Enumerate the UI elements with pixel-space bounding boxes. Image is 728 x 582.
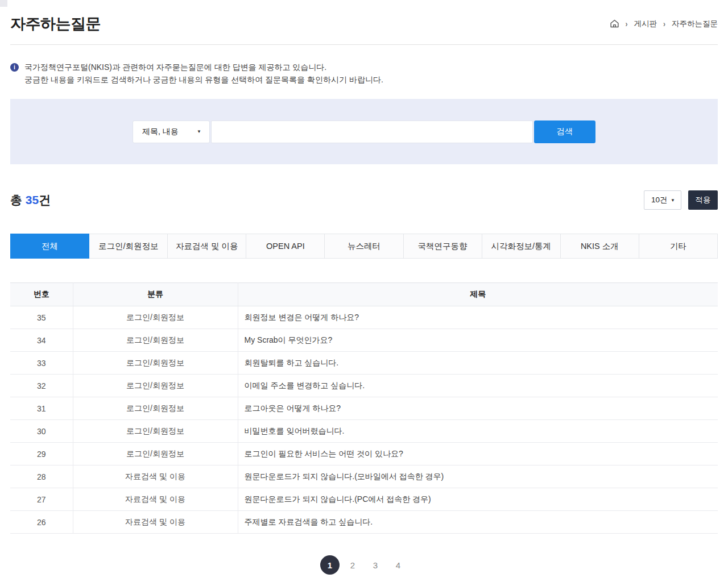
pagination: 1 2 3 4 bbox=[0, 555, 728, 575]
row-no: 30 bbox=[10, 420, 73, 443]
breadcrumb-separator-icon: › bbox=[626, 19, 628, 28]
row-no: 31 bbox=[10, 397, 73, 420]
row-category: 자료검색 및 이용 bbox=[73, 465, 238, 488]
row-no: 34 bbox=[10, 329, 73, 352]
row-category: 로그인/회원정보 bbox=[73, 329, 238, 352]
row-title-link[interactable]: 비밀번호를 잊어버렸습니다. bbox=[238, 420, 718, 443]
table-row: 28 자료검색 및 이용 원문다운로드가 되지 않습니다.(모바일에서 접속한 … bbox=[10, 465, 718, 488]
tab-newsletter[interactable]: 뉴스레터 bbox=[324, 234, 403, 259]
row-title-link[interactable]: 로그인이 필요한 서비스는 어떤 것이 있나요? bbox=[238, 443, 718, 465]
row-title-link[interactable]: 회원탈퇴를 하고 싶습니다. bbox=[238, 352, 718, 375]
tab-etc[interactable]: 기타 bbox=[639, 234, 718, 259]
row-title-link[interactable]: 주제별로 자료검색을 하고 싶습니다. bbox=[238, 511, 718, 534]
chevron-down-icon: ▼ bbox=[671, 198, 675, 203]
search-field-select[interactable]: 제목, 내용 ▼ bbox=[133, 120, 210, 143]
page-header: 자주하는질문 › 게시판 › 자주하는질문 bbox=[10, 0, 718, 45]
row-category: 로그인/회원정보 bbox=[73, 306, 238, 329]
total-prefix: 총 bbox=[10, 193, 26, 206]
page-button-2[interactable]: 2 bbox=[343, 555, 362, 575]
page-size-controls: 10건 ▼ 적용 bbox=[644, 190, 718, 210]
info-line-2: 궁금한 내용을 키워드로 검색하거나 궁금한 내용의 유형을 선택하여 질문목록… bbox=[24, 74, 383, 86]
category-tabs: 전체 로그인/회원정보 자료검색 및 이용 OPEN API 뉴스레터 국책연구… bbox=[10, 234, 718, 259]
row-title-link[interactable]: My Scrab이 무엇인가요? bbox=[238, 329, 718, 352]
table-header-row: 번호 분류 제목 bbox=[10, 283, 718, 306]
row-category: 자료검색 및 이용 bbox=[73, 488, 238, 511]
total-count-number: 35 bbox=[26, 193, 39, 206]
search-button[interactable]: 검색 bbox=[534, 120, 595, 143]
row-no: 33 bbox=[10, 352, 73, 375]
faq-table: 번호 분류 제목 35 로그인/회원정보 회원정보 변경은 어떻게 하나요? 3… bbox=[10, 282, 718, 534]
row-category: 로그인/회원정보 bbox=[73, 375, 238, 397]
table-row: 35 로그인/회원정보 회원정보 변경은 어떻게 하나요? bbox=[10, 306, 718, 329]
row-title-link[interactable]: 이메일 주소를 변경하고 싶습니다. bbox=[238, 375, 718, 397]
tab-login-member[interactable]: 로그인/회원정보 bbox=[89, 234, 168, 259]
table-row: 29 로그인/회원정보 로그인이 필요한 서비스는 어떤 것이 있나요? bbox=[10, 443, 718, 465]
apply-button[interactable]: 적용 bbox=[688, 190, 718, 210]
total-suffix: 건 bbox=[39, 193, 51, 206]
row-category: 로그인/회원정보 bbox=[73, 420, 238, 443]
breadcrumb-separator-icon: › bbox=[663, 19, 665, 28]
row-title-link[interactable]: 원문다운로드가 되지 않습니다.(모바일에서 접속한 경우) bbox=[238, 465, 718, 488]
table-row: 32 로그인/회원정보 이메일 주소를 변경하고 싶습니다. bbox=[10, 375, 718, 397]
total-count: 총 35건 bbox=[10, 192, 51, 208]
page-size-value: 10건 bbox=[651, 195, 668, 205]
table-row: 27 자료검색 및 이용 원문다운로드가 되지 않습니다.(PC에서 접속한 경… bbox=[10, 488, 718, 511]
tab-open-api[interactable]: OPEN API bbox=[246, 234, 325, 259]
tab-policy-research[interactable]: 국책연구동향 bbox=[403, 234, 482, 259]
row-category: 로그인/회원정보 bbox=[73, 443, 238, 465]
info-icon: i bbox=[10, 63, 19, 72]
table-row: 30 로그인/회원정보 비밀번호를 잊어버렸습니다. bbox=[10, 420, 718, 443]
search-input[interactable] bbox=[211, 120, 533, 143]
page-title: 자주하는질문 bbox=[10, 14, 101, 34]
page-button-1[interactable]: 1 bbox=[320, 555, 340, 575]
breadcrumb-item-faq: 자주하는질문 bbox=[672, 19, 718, 29]
table-row: 33 로그인/회원정보 회원탈퇴를 하고 싶습니다. bbox=[10, 352, 718, 375]
tab-visualization-stats[interactable]: 시각화정보/통계 bbox=[482, 234, 561, 259]
header-category: 분류 bbox=[73, 283, 238, 306]
row-category: 로그인/회원정보 bbox=[73, 352, 238, 375]
breadcrumb-item-board[interactable]: 게시판 bbox=[634, 19, 657, 29]
info-notice: i 국가정책연구포털(NKIS)과 관련하여 자주묻는질문에 대한 답변을 제공… bbox=[10, 61, 718, 86]
page-size-select[interactable]: 10건 ▼ bbox=[644, 190, 681, 210]
row-category: 자료검색 및 이용 bbox=[73, 511, 238, 534]
row-title-link[interactable]: 로그아웃은 어떻게 하나요? bbox=[238, 397, 718, 420]
tab-all[interactable]: 전체 bbox=[10, 234, 89, 259]
row-no: 32 bbox=[10, 375, 73, 397]
info-line-1: 국가정책연구포털(NKIS)과 관련하여 자주묻는질문에 대한 답변을 제공하고… bbox=[24, 61, 383, 74]
scroll-edge-artifact bbox=[0, 0, 7, 7]
breadcrumb: › 게시판 › 자주하는질문 bbox=[610, 19, 718, 29]
table-row: 31 로그인/회원정보 로그아웃은 어떻게 하나요? bbox=[10, 397, 718, 420]
tab-nkis-intro[interactable]: NKIS 소개 bbox=[560, 234, 639, 259]
search-field-select-value: 제목, 내용 bbox=[142, 127, 179, 137]
row-category: 로그인/회원정보 bbox=[73, 397, 238, 420]
info-text: 국가정책연구포털(NKIS)과 관련하여 자주묻는질문에 대한 답변을 제공하고… bbox=[24, 61, 383, 86]
header-title: 제목 bbox=[238, 283, 718, 306]
table-row: 34 로그인/회원정보 My Scrab이 무엇인가요? bbox=[10, 329, 718, 352]
row-no: 28 bbox=[10, 465, 73, 488]
chevron-down-icon: ▼ bbox=[197, 129, 201, 134]
row-no: 29 bbox=[10, 443, 73, 465]
row-title-link[interactable]: 회원정보 변경은 어떻게 하나요? bbox=[238, 306, 718, 329]
row-no: 35 bbox=[10, 306, 73, 329]
row-no: 27 bbox=[10, 488, 73, 511]
header-no: 번호 bbox=[10, 283, 73, 306]
page-button-4[interactable]: 4 bbox=[388, 555, 408, 575]
home-icon[interactable] bbox=[610, 20, 619, 28]
row-no: 26 bbox=[10, 511, 73, 534]
row-title-link[interactable]: 원문다운로드가 되지 않습니다.(PC에서 접속한 경우) bbox=[238, 488, 718, 511]
tab-search-usage[interactable]: 자료검색 및 이용 bbox=[167, 234, 246, 259]
table-row: 26 자료검색 및 이용 주제별로 자료검색을 하고 싶습니다. bbox=[10, 511, 718, 534]
page-button-3[interactable]: 3 bbox=[366, 555, 385, 575]
list-controls: 총 35건 10건 ▼ 적용 bbox=[10, 190, 718, 210]
search-section: 제목, 내용 ▼ 검색 bbox=[10, 99, 718, 164]
